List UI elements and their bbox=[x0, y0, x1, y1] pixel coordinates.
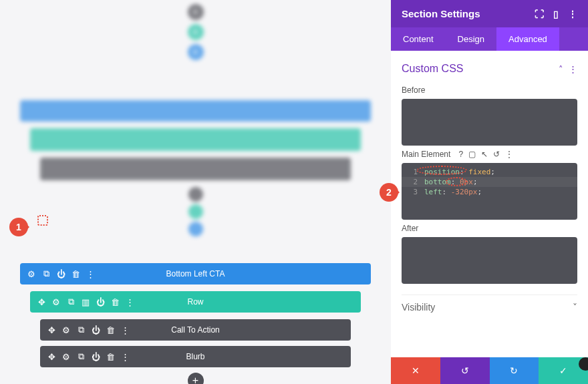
tab-design[interactable]: Design bbox=[446, 27, 496, 51]
redo-button[interactable]: ↻ bbox=[490, 357, 539, 384]
blurred-row-bar bbox=[30, 128, 361, 151]
before-code-input[interactable] bbox=[402, 99, 577, 146]
panel-tabs: Content Design Advanced bbox=[391, 27, 588, 51]
duplicate-icon[interactable]: ⧉ bbox=[41, 269, 51, 278]
after-label: After bbox=[402, 224, 577, 233]
code-line-3: 3 left: -320px; bbox=[402, 187, 577, 197]
duplicate-icon[interactable]: ⧉ bbox=[76, 325, 86, 335]
trash-icon[interactable]: 🗑 bbox=[106, 352, 115, 361]
module-bar-cta[interactable]: ✥ ⚙ ⧉ ⏻ 🗑 ⋮ Call To Action bbox=[40, 319, 351, 341]
blurred-sections: + + + bbox=[20, 4, 371, 236]
blurred-add-module bbox=[188, 187, 203, 202]
add-section-button[interactable]: + bbox=[188, 44, 204, 60]
panel-header: Section Settings ⛶ ▯ ⋮ Content Design Ad… bbox=[391, 0, 588, 51]
main-element-text: Main Element bbox=[402, 150, 450, 159]
trash-icon[interactable]: 🗑 bbox=[110, 297, 120, 307]
callout-1-highlight bbox=[37, 215, 48, 226]
trash-icon[interactable]: 🗑 bbox=[71, 269, 80, 278]
callout-2-highlight-a bbox=[416, 166, 467, 175]
undo-button[interactable]: ↺ bbox=[440, 357, 490, 384]
reset-icon[interactable]: ↺ bbox=[493, 150, 500, 159]
settings-icon[interactable]: ⚙ bbox=[27, 269, 36, 278]
row-bar[interactable]: ✥ ⚙ ⧉ ▥ ⏻ 🗑 ⋮ Row bbox=[30, 291, 361, 313]
focused-section: ⚙ ⧉ ⏻ 🗑 ⋮ Bottom Left CTA ✥ ⚙ ⧉ ▥ ⏻ 🗑 ⋮ … bbox=[20, 263, 371, 384]
accordion-visibility[interactable]: Visibility ˅ bbox=[402, 295, 577, 319]
blurred-add-section bbox=[188, 222, 203, 236]
settings-icon[interactable]: ⚙ bbox=[61, 325, 71, 335]
tab-advanced[interactable]: Advanced bbox=[496, 27, 559, 51]
expand-icon[interactable]: ⛶ bbox=[535, 9, 544, 19]
callout-1-num: 1 bbox=[16, 222, 21, 232]
callout-2: 2 bbox=[380, 183, 398, 202]
chevron-up-icon[interactable]: ˄ bbox=[559, 64, 563, 74]
settings-panel: Section Settings ⛶ ▯ ⋮ Content Design Ad… bbox=[391, 0, 588, 384]
power-icon[interactable]: ⏻ bbox=[96, 297, 105, 307]
help-icon[interactable]: ? bbox=[458, 150, 463, 159]
visibility-label: Visibility bbox=[402, 302, 435, 313]
callout-2-num: 2 bbox=[386, 187, 392, 198]
more-icon[interactable]: ⋮ bbox=[120, 325, 130, 335]
more-icon[interactable]: ⋮ bbox=[86, 269, 95, 278]
blurred-section-bar bbox=[20, 100, 371, 122]
responsive-icon[interactable]: ▢ bbox=[468, 150, 476, 159]
add-row-button[interactable]: + bbox=[188, 24, 204, 40]
duplicate-icon[interactable]: ⧉ bbox=[66, 297, 76, 307]
more-icon[interactable]: ⋮ bbox=[568, 9, 577, 19]
after-code-input[interactable] bbox=[402, 237, 577, 284]
accordion-custom-css[interactable]: Custom CSS ˄ ⋮ bbox=[402, 59, 577, 81]
blurred-module-bar bbox=[40, 158, 351, 180]
panel-body: Custom CSS ˄ ⋮ Before Main Element ? ▢ ↖… bbox=[391, 51, 588, 357]
power-icon[interactable]: ⏻ bbox=[56, 269, 65, 278]
row-label: Row bbox=[187, 297, 203, 307]
module-label: Blurb bbox=[186, 352, 204, 361]
more-icon[interactable]: ⋮ bbox=[120, 352, 130, 361]
move-icon[interactable]: ✥ bbox=[47, 325, 56, 335]
section-label: Bottom Left CTA bbox=[166, 269, 225, 278]
trash-icon[interactable]: 🗑 bbox=[106, 325, 115, 335]
callout-2-highlight-b bbox=[446, 177, 467, 186]
power-icon[interactable]: ⏻ bbox=[91, 325, 100, 335]
columns-icon[interactable]: ▥ bbox=[81, 297, 90, 307]
tab-content[interactable]: Content bbox=[391, 27, 446, 51]
section-bar[interactable]: ⚙ ⧉ ⏻ 🗑 ⋮ Bottom Left CTA bbox=[20, 263, 371, 284]
add-module-button[interactable]: + bbox=[188, 373, 204, 384]
move-icon[interactable]: ✥ bbox=[37, 297, 46, 307]
move-icon[interactable]: ✥ bbox=[47, 352, 56, 361]
more-icon[interactable]: ⋮ bbox=[505, 150, 513, 159]
main-element-label: Main Element ? ▢ ↖ ↺ ⋮ bbox=[402, 150, 577, 159]
callout-1: 1 bbox=[9, 218, 28, 236]
columns-icon[interactable]: ▯ bbox=[553, 9, 559, 19]
blurred-add-row bbox=[188, 204, 203, 219]
discard-button[interactable]: ✕ bbox=[391, 357, 440, 384]
more-icon[interactable]: ⋮ bbox=[569, 64, 577, 74]
chevron-down-icon: ˅ bbox=[573, 302, 577, 313]
module-bar-blurb[interactable]: ✥ ⚙ ⧉ ⏻ 🗑 ⋮ Blurb bbox=[40, 346, 351, 367]
chat-bubble[interactable] bbox=[579, 357, 588, 371]
module-label: Call To Action bbox=[171, 325, 220, 335]
settings-icon[interactable]: ⚙ bbox=[51, 297, 61, 307]
builder-canvas: + + + ⚙ ⧉ ⏻ 🗑 ⋮ Bottom Left CTA ✥ bbox=[0, 0, 391, 384]
hover-icon[interactable]: ↖ bbox=[481, 150, 488, 159]
power-icon[interactable]: ⏻ bbox=[91, 352, 100, 361]
code-line-2: 2 bottom: 0px; bbox=[402, 177, 577, 187]
accordion-label: Custom CSS bbox=[402, 63, 463, 75]
panel-title-text: Section Settings bbox=[402, 8, 480, 19]
settings-icon[interactable]: ⚙ bbox=[61, 352, 71, 361]
add-module-button[interactable]: + bbox=[188, 4, 204, 20]
duplicate-icon[interactable]: ⧉ bbox=[76, 352, 86, 361]
more-icon[interactable]: ⋮ bbox=[125, 297, 134, 307]
before-label: Before bbox=[402, 85, 577, 95]
main-element-code-input[interactable]: 1 position: fixed; 2 bottom: 0px; 3 left… bbox=[402, 163, 577, 220]
panel-footer: ✕ ↺ ↻ ✓ bbox=[391, 357, 588, 384]
